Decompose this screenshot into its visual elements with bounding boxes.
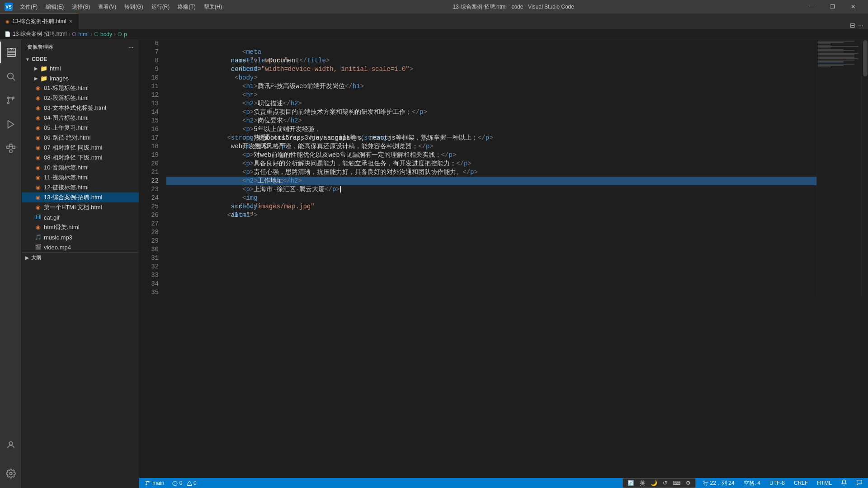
status-position[interactable]: 行 22，列 24: [701, 479, 736, 487]
code-line-24: </body>: [166, 194, 816, 202]
tab-main-file[interactable]: ◉ 13-综合案例-招聘.html ✕: [0, 13, 79, 29]
svg-rect-10: [9, 144, 12, 147]
folder-images[interactable]: ▶ 📁 images: [22, 73, 139, 83]
menu-run[interactable]: 运行(R): [148, 2, 174, 12]
close-button[interactable]: ✕: [843, 0, 863, 14]
activity-account[interactable]: [0, 434, 22, 456]
folder-html[interactable]: ▶ 📁 html: [22, 63, 139, 73]
file-06[interactable]: ◉ 06-路径-绝对.html: [22, 133, 139, 143]
activity-search[interactable]: [0, 66, 22, 87]
activity-git[interactable]: [0, 89, 22, 111]
minimap-line: [818, 42, 844, 43]
file-first-html[interactable]: ◉ 第一个HTML文档.html: [22, 202, 139, 212]
svg-point-14: [146, 481, 146, 482]
im-lang[interactable]: 英: [638, 479, 647, 488]
editor-area: 6 7 8 9 10 11 12 13 14 15 16 17: [139, 39, 868, 488]
breadcrumb-p[interactable]: p: [124, 31, 127, 38]
file-01[interactable]: ◉ 01-标题标签.html: [22, 83, 139, 93]
outline-header[interactable]: ▶ 大纲: [22, 253, 139, 263]
file-07[interactable]: ◉ 07-相对路径-同级.html: [22, 143, 139, 153]
menu-select[interactable]: 选择(S): [68, 2, 94, 12]
status-branch[interactable]: main: [143, 480, 166, 487]
activity-settings[interactable]: [0, 463, 22, 484]
file-11[interactable]: ◉ 11-视频标签.html: [22, 173, 139, 183]
line-num-17: 17: [139, 134, 159, 142]
file-html-icon: ◉: [34, 115, 42, 121]
file-05-label: 05-上午复习.html: [44, 124, 89, 132]
menu-view[interactable]: 查看(V): [94, 2, 120, 12]
scrollbar-thumb[interactable]: [863, 40, 868, 76]
menu-help[interactable]: 帮助(H): [200, 2, 226, 12]
file-html-icon: ◉: [34, 85, 42, 91]
file-10[interactable]: ◉ 10-音频标签.html: [22, 163, 139, 173]
tab-close-icon[interactable]: ✕: [69, 19, 73, 24]
im-settings[interactable]: ⚙: [684, 479, 693, 487]
menu-bar[interactable]: 文件(F) 编辑(E) 选择(S) 查看(V) 转到(G) 运行(R) 终端(T…: [16, 2, 226, 12]
file-cat-gif[interactable]: 🎞 cat.gif: [22, 212, 139, 222]
status-feedback[interactable]: [854, 479, 864, 487]
file-04[interactable]: ◉ 04-图片标签.html: [22, 113, 139, 123]
file-12[interactable]: ◉ 12-链接标签.html: [22, 183, 139, 192]
line-num-28: 28: [139, 228, 159, 237]
file-html-frame[interactable]: ◉ html骨架.html: [22, 222, 139, 232]
file-13-active[interactable]: ◉ 13-综合案例-招聘.html: [22, 192, 139, 202]
breadcrumb-html[interactable]: html: [78, 31, 89, 38]
file-html-icon: ◉: [34, 145, 42, 151]
im-moon[interactable]: 🌙: [649, 479, 659, 487]
status-bar-left: main 0 0: [143, 480, 198, 487]
file-03[interactable]: ◉ 03-文本格式化标签.html: [22, 103, 139, 113]
breadcrumb-file[interactable]: 13-综合案例-招聘.html: [13, 30, 66, 38]
minimap: [816, 39, 862, 297]
minimap-line: [818, 62, 844, 63]
split-editor-icon[interactable]: ⊟: [850, 22, 855, 29]
svg-point-3: [7, 97, 9, 99]
minimize-button[interactable]: —: [801, 0, 822, 14]
input-method-bar[interactable]: 🔄 英 🌙 ↺ ⌨ ⚙: [623, 478, 696, 488]
explorer-actions[interactable]: ···: [128, 45, 133, 50]
window-controls[interactable]: — ❐ ✕: [801, 0, 863, 14]
file-11-label: 11-视频标签.html: [44, 174, 89, 182]
im-back[interactable]: ↺: [661, 479, 669, 487]
menu-terminal[interactable]: 终端(T): [174, 2, 199, 12]
folder-html-icon: 📁: [40, 65, 47, 72]
file-html-icon: ◉: [34, 224, 42, 230]
activity-debug[interactable]: [0, 113, 22, 135]
code-line-34: [166, 280, 816, 288]
activity-explorer[interactable]: [0, 42, 22, 63]
sidebar: 资源管理器 ··· ▼ CODE ▶ 📁 html ▶ 📁: [22, 39, 139, 488]
menu-edit[interactable]: 编辑(E): [42, 2, 67, 12]
file-music[interactable]: 🎵 music.mp3: [22, 232, 139, 242]
minimap-line: [818, 61, 844, 62]
line-num-7: 7: [139, 48, 159, 56]
status-encoding[interactable]: UTF-8: [768, 480, 787, 486]
menu-goto[interactable]: 转到(G): [121, 2, 146, 12]
status-language[interactable]: HTML: [815, 480, 834, 486]
more-actions-icon[interactable]: ···: [858, 22, 863, 29]
file-05[interactable]: ◉ 05-上午复习.html: [22, 123, 139, 133]
explorer-panel: 资源管理器 ··· ▼ CODE ▶ 📁 html ▶ 📁: [22, 39, 139, 488]
status-notification[interactable]: [839, 479, 849, 487]
line-num-20: 20: [139, 160, 159, 168]
breadcrumb-body[interactable]: body: [100, 31, 112, 38]
file-html-icon: ◉: [34, 135, 42, 141]
menu-file[interactable]: 文件(F): [16, 2, 41, 12]
folder-html-label: html: [50, 65, 61, 72]
im-keyboard[interactable]: ⌨: [671, 479, 682, 487]
file-video[interactable]: 🎬 video.mp4: [22, 242, 139, 252]
maximize-button[interactable]: ❐: [822, 0, 843, 14]
status-spaces[interactable]: 空格: 4: [742, 479, 762, 487]
file-02[interactable]: ◉ 02-段落标签.html: [22, 93, 139, 103]
activity-extensions[interactable]: [0, 137, 22, 159]
code-lines[interactable]: <meta name="viewport" content="width=dev…: [164, 39, 816, 297]
status-line-ending[interactable]: CRLF: [792, 480, 810, 486]
editor-content[interactable]: 6 7 8 9 10 11 12 13 14 15 16 17: [139, 39, 868, 478]
line-num-10: 10: [139, 74, 159, 82]
p-section-icon: ⬡: [118, 31, 122, 37]
im-refresh[interactable]: 🔄: [626, 479, 636, 487]
code-line-35: [166, 288, 816, 297]
tree-root-folder[interactable]: ▼ CODE: [22, 55, 139, 63]
status-errors[interactable]: 0 0: [170, 480, 198, 486]
file-08[interactable]: ◉ 08-相对路径-下级.html: [22, 153, 139, 163]
breadcrumb: 📄 13-综合案例-招聘.html › ⬡ html › ⬡ body › ⬡ …: [0, 29, 868, 39]
scrollbar-track[interactable]: [862, 39, 868, 297]
